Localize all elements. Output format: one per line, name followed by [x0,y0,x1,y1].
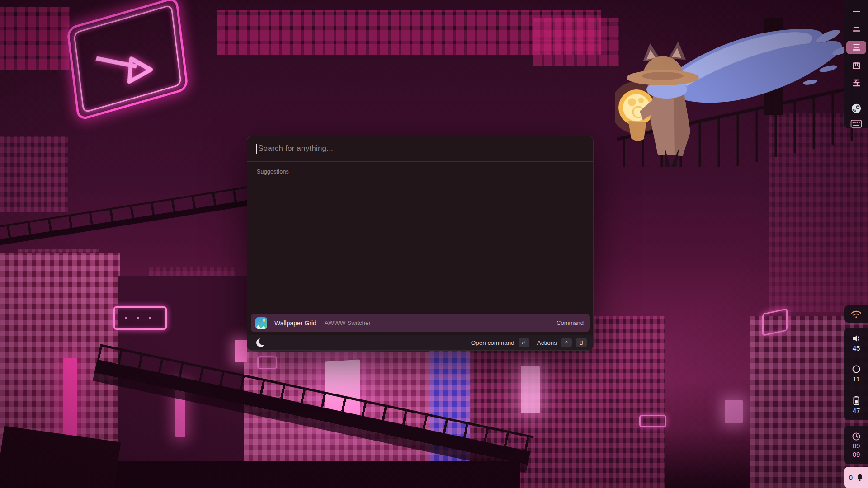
clock-module[interactable]: 09 09 [844,426,868,464]
moon-icon[interactable] [256,338,265,347]
volume-icon [851,334,861,343]
section-label: Suggestions [247,162,593,178]
steam-tray-icon[interactable] [851,103,862,114]
result-row-wallpaper-grid[interactable]: Wallpaper Grid AWWW Switcher Command [251,314,590,332]
volume-stat[interactable]: 45 [851,334,861,352]
wifi-module[interactable] [844,305,868,323]
clock-minute: 09 [853,450,860,458]
wifi-icon [850,309,862,319]
workspace-3-active[interactable] [846,41,866,54]
results-list: Wallpaper Grid AWWW Switcher Command Ste… [251,314,590,335]
stats-module: 45 11 47 [844,328,868,420]
bell-icon [856,474,863,481]
idle-circle-icon [852,365,861,374]
b-key[interactable]: B [576,338,587,347]
search-bar [247,136,593,162]
status-bar: 45 11 47 09 09 [844,0,868,488]
workspace-1[interactable] [846,5,866,18]
battery-icon [853,395,860,405]
launcher-footer: Open command ↵ Actions ^ B [247,335,593,350]
clock-hour: 09 [853,442,860,450]
workspace-4[interactable] [846,60,866,72]
result-subtitle: AWWW Switcher [325,319,371,326]
keyboard-icon[interactable] [850,119,862,128]
desktop: Suggestions Wallpaper Grid AWWW Switcher… [0,0,868,488]
clock-icon [852,432,861,441]
notification-count: 0 [849,474,853,481]
result-title: Wallpaper Grid [274,319,316,327]
notification-module[interactable]: 0 [844,467,868,488]
actions-label[interactable]: Actions [537,339,557,346]
search-input[interactable] [247,136,593,161]
workspace-5[interactable] [846,77,866,89]
launcher-panel: Suggestions Wallpaper Grid AWWW Switcher… [247,136,594,351]
battery-value: 47 [853,407,860,414]
battery-stat[interactable]: 47 [853,395,860,414]
idle-stat[interactable]: 11 [852,365,861,383]
return-key-icon[interactable]: ↵ [519,338,529,347]
ctrl-key[interactable]: ^ [561,338,572,347]
idle-value: 11 [853,375,860,383]
volume-value: 45 [853,344,860,352]
wallpaper-grid-icon [255,317,267,329]
workspace-2[interactable] [846,23,866,35]
open-command-label[interactable]: Open command [471,339,514,346]
result-type: Command [557,319,584,326]
workspace-module [844,0,868,128]
